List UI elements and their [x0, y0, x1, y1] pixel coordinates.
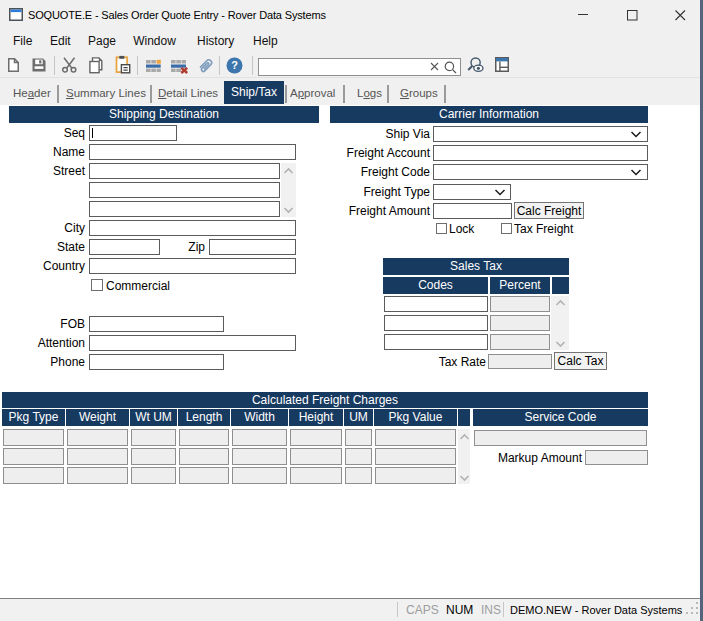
svg-text:?: ?: [231, 59, 238, 71]
